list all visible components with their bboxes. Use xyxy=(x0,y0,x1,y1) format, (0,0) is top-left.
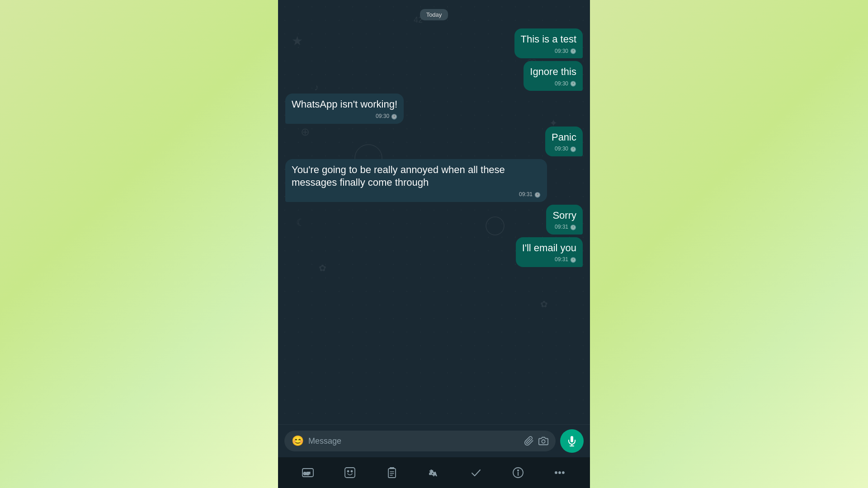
svg-point-32 xyxy=(555,472,557,474)
mic-button[interactable] xyxy=(560,429,584,453)
message-bubble: Panic 09:30 🕐 xyxy=(545,127,583,156)
info-button[interactable] xyxy=(508,463,528,483)
phone-frame: ★ ♪ ⊕ ✦ ☾ ✿ ♡ ✦ ⊕ ★ ✿ 42 Today This is a… xyxy=(278,0,590,488)
message-row: Panic 09:30 🕐 xyxy=(285,127,583,156)
message-time: 09:31 xyxy=(555,256,568,263)
message-bubble: I'll email you 09:31 🕐 xyxy=(516,237,583,267)
message-row: Ignore this 09:30 🕐 xyxy=(285,61,583,91)
message-bubble: Sorry 09:31 🕐 xyxy=(546,205,583,235)
message-bubble: Ignore this 09:30 🕐 xyxy=(524,61,583,91)
message-status-icon: 🕐 xyxy=(570,48,576,54)
message-text: I'll email you xyxy=(522,242,576,253)
message-text: You're going to be really annoyed when a… xyxy=(292,164,505,188)
message-time: 09:30 xyxy=(555,80,568,88)
message-status-icon: 🕐 xyxy=(570,224,576,230)
message-time: 09:30 xyxy=(376,113,389,120)
check-button[interactable] xyxy=(466,463,486,483)
svg-point-21 xyxy=(351,471,353,472)
message-text: Ignore this xyxy=(530,66,576,77)
message-bubble: WhatsApp isn't working! 09:30 🕐 xyxy=(285,94,404,123)
message-row: WhatsApp isn't working! 09:30 🕐 xyxy=(285,94,583,123)
mic-icon xyxy=(566,436,577,446)
svg-point-33 xyxy=(559,472,561,474)
chat-area: Today This is a test 09:30 🕐 Ignore this… xyxy=(278,0,590,424)
attach-icon[interactable] xyxy=(524,436,534,446)
background-right xyxy=(590,0,868,488)
camera-icon[interactable] xyxy=(538,436,548,446)
clipboard-button[interactable] xyxy=(382,463,402,483)
emoji-button[interactable]: 😊 xyxy=(292,435,304,447)
message-time: 09:30 xyxy=(555,145,568,153)
svg-point-14 xyxy=(542,440,545,443)
message-bubble: This is a test 09:30 🕐 xyxy=(514,28,583,58)
message-status-icon: 🕐 xyxy=(391,113,397,120)
message-row: This is a test 09:30 🕐 xyxy=(285,28,583,58)
message-bubble: You're going to be really annoyed when a… xyxy=(285,159,547,202)
message-status-icon: 🕐 xyxy=(570,146,576,152)
svg-point-34 xyxy=(562,472,564,474)
sticker-button[interactable] xyxy=(340,463,360,483)
message-text: WhatsApp isn't working! xyxy=(292,99,397,110)
message-text: Panic xyxy=(552,131,576,143)
message-time: 09:31 xyxy=(555,224,568,231)
message-row: Sorry 09:31 🕐 xyxy=(285,205,583,235)
background-left xyxy=(0,0,278,488)
date-badge: Today xyxy=(420,9,448,20)
message-status-icon: 🕐 xyxy=(570,80,576,87)
gif-button[interactable]: GIF xyxy=(298,463,318,483)
svg-rect-22 xyxy=(388,469,396,478)
message-placeholder[interactable]: Message xyxy=(308,436,519,446)
svg-rect-19 xyxy=(345,468,355,478)
input-bar: 😊 Message xyxy=(278,424,590,457)
message-input-field[interactable]: 😊 Message xyxy=(284,431,556,451)
translate-button[interactable]: あ A xyxy=(424,463,444,483)
message-time: 09:30 xyxy=(555,48,568,55)
message-row: You're going to be really annoyed when a… xyxy=(285,159,583,202)
message-row: I'll email you 09:31 🕐 xyxy=(285,237,583,267)
svg-point-20 xyxy=(348,471,349,472)
message-status-icon: 🕐 xyxy=(570,257,576,263)
bottom-toolbar: GIF あ A xyxy=(278,457,590,488)
message-text: Sorry xyxy=(552,210,576,221)
message-status-icon: 🕐 xyxy=(534,192,541,198)
message-time: 09:31 xyxy=(519,191,533,198)
svg-point-31 xyxy=(517,470,518,471)
svg-text:GIF: GIF xyxy=(303,471,311,476)
message-text: This is a test xyxy=(521,33,576,45)
more-button[interactable] xyxy=(550,463,570,483)
